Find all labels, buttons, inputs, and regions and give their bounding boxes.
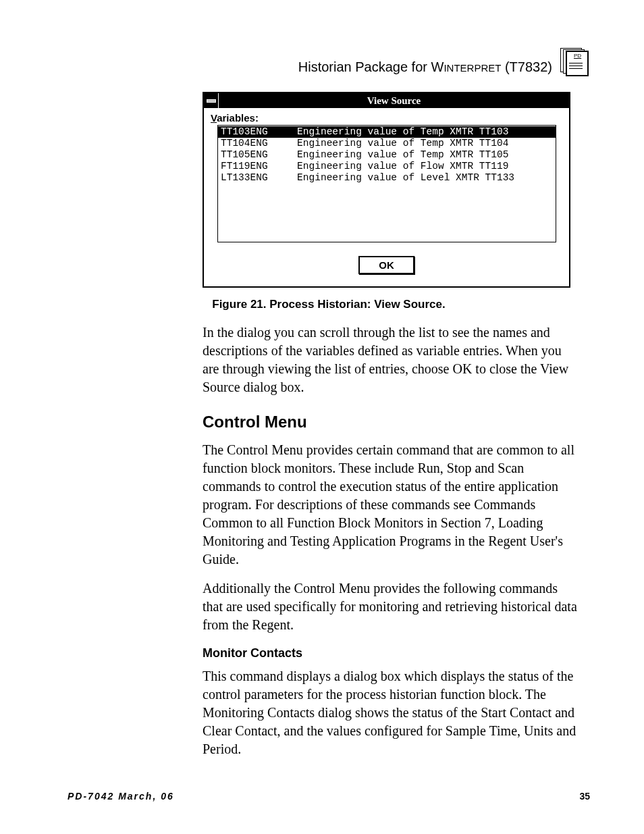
header-title-prefix: Historian Package for W (298, 59, 444, 74)
variables-label: Variables: (211, 112, 562, 124)
list-item[interactable]: LT133ENG Engineering value of Level XMTR… (218, 172, 556, 184)
body-content: In the dialog you can scroll through the… (203, 323, 581, 758)
paragraph: This command displays a dialog box which… (203, 667, 581, 758)
document-stack-icon: PD (559, 48, 590, 75)
page-footer: PD-7042 March, 06 35 (68, 791, 590, 802)
ok-button[interactable]: OK (358, 256, 414, 274)
header-icon-label: PD (574, 53, 581, 59)
page: Historian Package for WINTERPRET (T7832)… (0, 0, 644, 834)
dialog-title: View Source (219, 95, 569, 107)
paragraph: Additionally the Control Menu provides t… (203, 579, 581, 634)
paragraph: In the dialog you can scroll through the… (203, 323, 581, 396)
header-title-suffix: (T7832) (501, 59, 552, 74)
system-menu-icon[interactable] (204, 93, 219, 108)
list-item[interactable]: TT103ENG Engineering value of Temp XMTR … (218, 126, 556, 138)
heading-control-menu: Control Menu (203, 411, 581, 433)
variables-label-rest: ariables: (217, 112, 259, 124)
header-title-small: INTERPRET (444, 62, 501, 74)
paragraph: The Control Menu provides certain comman… (203, 441, 581, 569)
footer-doc-id: PD-7042 March, 06 (68, 791, 174, 802)
list-item[interactable]: FT119ENG Engineering value of Flow XMTR … (218, 161, 556, 172)
page-header: Historian Package for WINTERPRET (T7832)… (68, 47, 590, 75)
dialog-titlebar[interactable]: View Source (204, 93, 569, 108)
view-source-dialog: View Source Variables: TT103ENG Engineer… (203, 92, 570, 288)
heading-monitor-contacts: Monitor Contacts (203, 645, 581, 661)
list-item[interactable]: TT105ENG Engineering value of Temp XMTR … (218, 149, 556, 161)
variables-listbox[interactable]: TT103ENG Engineering value of Temp XMTR … (217, 125, 556, 242)
header-title: Historian Package for WINTERPRET (T7832) (298, 59, 552, 75)
figure-caption: Figure 21. Process Historian: View Sourc… (68, 298, 590, 311)
list-item[interactable]: TT104ENG Engineering value of Temp XMTR … (218, 138, 556, 149)
footer-page-number: 35 (579, 791, 590, 802)
